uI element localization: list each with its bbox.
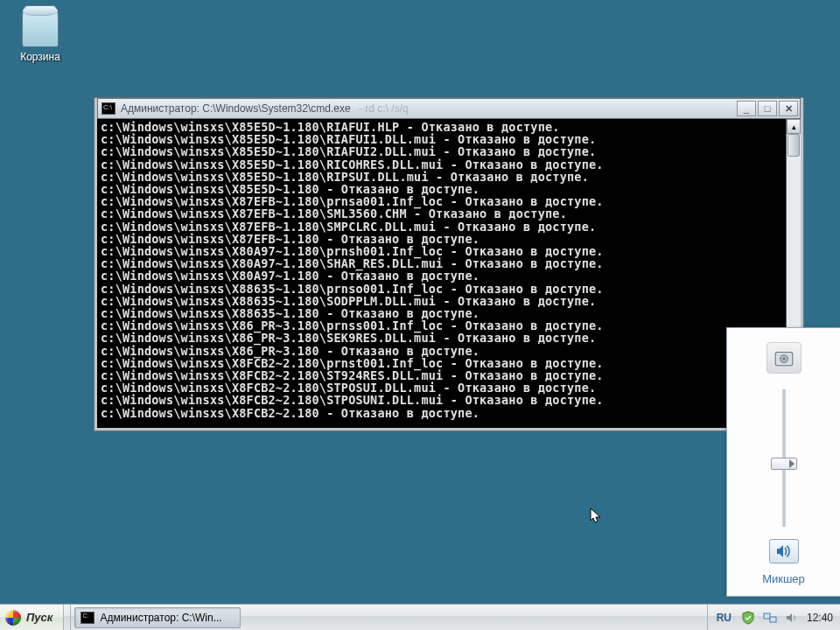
svg-rect-3: [764, 613, 770, 619]
volume-tray-icon[interactable]: [785, 611, 799, 625]
volume-slider[interactable]: [774, 389, 794, 527]
mixer-link[interactable]: Микшер: [762, 572, 805, 585]
svg-rect-4: [770, 617, 776, 622]
recycle-bin-icon: [22, 5, 59, 47]
mute-button[interactable]: [769, 539, 799, 564]
scroll-up-button[interactable]: ▴: [787, 119, 801, 134]
network-tray-icon[interactable]: [763, 611, 777, 625]
svg-point-2: [782, 357, 785, 360]
scroll-thumb[interactable]: [788, 134, 800, 157]
cmd-icon: [80, 612, 94, 624]
taskbar[interactable]: Пуск Администратор: C:\Win... RU 12:40: [0, 604, 840, 630]
cmd-title: Администратор: C:\Windows\System32\cmd.e…: [121, 102, 737, 115]
close-button[interactable]: ✕: [779, 101, 798, 116]
start-label: Пуск: [26, 611, 52, 624]
taskbar-separator: [64, 605, 71, 630]
volume-thumb[interactable]: [771, 458, 797, 470]
speaker-device-icon: [773, 346, 795, 369]
start-button[interactable]: Пуск: [0, 605, 64, 630]
audio-device-icon[interactable]: [766, 342, 802, 374]
minimize-button[interactable]: _: [737, 101, 756, 116]
cmd-title-args: - rd c:\ /s/q: [359, 102, 409, 115]
system-tray[interactable]: RU 12:40: [707, 605, 840, 630]
cmd-titlebar[interactable]: Администратор: C:\Windows\System32\cmd.e…: [97, 98, 801, 119]
recycle-bin-label: Корзина: [16, 51, 65, 63]
taskbar-tasks: Администратор: C:\Win...: [71, 605, 706, 630]
volume-popup[interactable]: Микшер: [726, 327, 840, 597]
cmd-window[interactable]: Администратор: C:\Windows\System32\cmd.e…: [94, 98, 803, 430]
speaker-icon: [775, 544, 793, 558]
cmd-icon: [102, 102, 116, 115]
windows-logo-icon: [5, 610, 21, 626]
security-tray-icon[interactable]: [741, 611, 755, 625]
recycle-bin[interactable]: Корзина: [16, 5, 65, 63]
maximize-button[interactable]: □: [758, 101, 777, 116]
cmd-title-prefix: Администратор:: [121, 102, 202, 115]
tray-clock[interactable]: 12:40: [807, 612, 833, 624]
cmd-output[interactable]: c:\Windows\winsxs\X85E5D~1.180\RIAFUI.HL…: [97, 119, 786, 428]
task-label: Администратор: C:\Win...: [100, 612, 234, 624]
taskbar-task-cmd[interactable]: Администратор: C:\Win...: [74, 607, 241, 628]
language-indicator[interactable]: RU: [715, 612, 733, 624]
cmd-title-path: C:\Windows\System32\cmd.exe: [202, 102, 350, 115]
mouse-cursor: [590, 508, 602, 525]
